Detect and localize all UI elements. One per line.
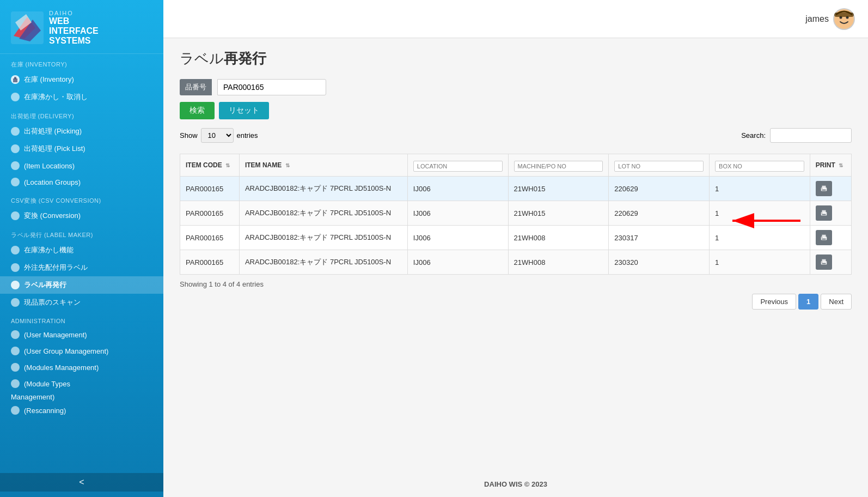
cell-item_code: PAR000165 (180, 226, 240, 250)
col-header-print: PRINT ⇅ (810, 154, 851, 177)
dot-icon (11, 178, 20, 186)
svg-rect-12 (822, 190, 826, 191)
show-entries-control: Show 10 25 50 100 entries (180, 128, 258, 143)
cell-item_code: PAR000165 (180, 201, 240, 226)
svg-rect-16 (822, 214, 826, 215)
dot-icon (11, 330, 20, 339)
print-button[interactable] (816, 254, 832, 270)
col-header-location[interactable] (407, 154, 508, 177)
cell-print (810, 201, 851, 226)
sidebar-item-label: (Item Locations) (24, 162, 75, 170)
prev-button[interactable]: Previous (752, 294, 796, 310)
entries-label: entries (237, 131, 258, 140)
cell-item_code: PAR000165 (180, 177, 240, 201)
sidebar-item-label: 変換 (Conversion) (24, 211, 81, 221)
sidebar-item-scan-genhin[interactable]: 現品票のスキャン (0, 294, 163, 311)
sidebar-item-picking[interactable]: 出荷処理 (Picking) (0, 123, 163, 140)
search-button[interactable]: 検索 (180, 102, 215, 119)
col-header-machine-po[interactable] (508, 154, 609, 177)
page-1-button[interactable]: 1 (798, 294, 818, 310)
topbar: james (163, 0, 868, 38)
location-filter-input[interactable] (413, 161, 503, 172)
print-button[interactable] (816, 181, 832, 196)
cell-box_no: 1 (710, 226, 810, 250)
cell-item_name: ARADCJB00182:キャプド 7PCRL JD5100S-N (239, 250, 407, 275)
sidebar-item-rescanning[interactable]: (Rescanning) (0, 402, 163, 419)
dot-icon (11, 93, 20, 101)
sidebar-collapse-button[interactable]: < (0, 473, 163, 492)
sidebar-item-label-reissue[interactable]: ラベル再発行 (0, 276, 163, 294)
print-button[interactable] (816, 205, 832, 221)
cell-location: IJ006 (407, 250, 508, 275)
sidebar-item-label-outsource[interactable]: 外注先配付用ラベル (0, 259, 163, 276)
cell-lot_no: 220629 (609, 201, 710, 226)
sidebar-item-label: (Modules Management) (24, 363, 99, 372)
extra-label: Management) (11, 393, 54, 401)
cell-location: IJ006 (407, 226, 508, 250)
sidebar-item-modules-mgmt[interactable]: (Modules Management) (0, 359, 163, 375)
user-info: james (805, 8, 855, 30)
item-code-input[interactable] (217, 79, 326, 95)
table-search-input[interactable] (770, 128, 852, 143)
logo-text: DAIHO WEB INTERFACE SYSTEMS (49, 10, 99, 46)
reset-button[interactable]: リセット (219, 102, 269, 119)
sort-arrows-item-name: ⇅ (285, 162, 290, 168)
cell-box_no: 1 (710, 250, 810, 275)
cell-machine_po_no: 21WH015 (508, 201, 609, 226)
col-header-item-code[interactable]: ITEM CODE ⇅ (180, 154, 240, 177)
machine-po-filter-input[interactable] (514, 161, 603, 172)
table-row: PAR000165ARADCJB00182:キャプド 7PCRL JD5100S… (180, 226, 852, 250)
cell-lot_no: 220629 (609, 177, 710, 201)
sidebar-item-module-types[interactable]: (Module Types (0, 375, 163, 392)
cell-print (810, 177, 851, 201)
dot-icon (11, 406, 20, 415)
lot-no-filter-input[interactable] (614, 161, 704, 172)
search-label: Search: (741, 131, 766, 140)
sidebar-item-user-mgmt[interactable]: (User Management) (0, 326, 163, 343)
cell-location: IJ006 (407, 201, 508, 226)
sidebar-item-usergroup-mgmt[interactable]: (User Group Management) (0, 343, 163, 359)
cell-item_name: ARADCJB00182:キャプド 7PCRL JD5100S-N (239, 226, 407, 250)
svg-rect-13 (821, 188, 822, 189)
show-label: Show (180, 131, 198, 140)
cell-lot_no: 230317 (609, 226, 710, 250)
dot-icon (11, 379, 20, 388)
col-header-item-name[interactable]: ITEM NAME ⇅ (239, 154, 407, 177)
dot-icon (11, 127, 20, 136)
svg-rect-21 (821, 237, 822, 238)
box-no-filter-input[interactable] (715, 161, 804, 172)
sidebar-item-label: 在庫沸かし機能 (24, 245, 74, 255)
sidebar-item-label: (User Group Management) (24, 347, 108, 355)
cell-item_code: PAR000165 (180, 250, 240, 275)
svg-rect-20 (822, 239, 826, 240)
page-title-strong: 再発行 (224, 50, 266, 66)
dot-icon (11, 246, 20, 254)
building-icon (11, 75, 20, 84)
sidebar-item-inventory-cancel[interactable]: 在庫沸かし・取消し (0, 88, 163, 106)
footer-text: DAIHO WIS © 2023 (484, 480, 547, 488)
page-title: ラベル再発行 (180, 49, 852, 68)
entries-select[interactable]: 10 25 50 100 (201, 128, 234, 143)
sidebar-item-label: 在庫沸かし・取消し (24, 92, 88, 102)
page-title-prefix: ラベル (180, 50, 224, 66)
sidebar-item-location-groups[interactable]: (Location Groups) (0, 174, 163, 190)
svg-rect-23 (822, 259, 826, 262)
sidebar-item-item-locations[interactable]: (Item Locations) (0, 157, 163, 174)
sidebar-item-label: 外注先配付用ラベル (24, 263, 88, 272)
sidebar-item-label-stock[interactable]: 在庫沸かし機能 (0, 241, 163, 259)
cell-item_name: ARADCJB00182:キャプド 7PCRL JD5100S-N (239, 201, 407, 226)
svg-rect-4 (13, 78, 17, 82)
print-button[interactable] (816, 230, 832, 245)
cell-item_name: ARADCJB00182:キャプド 7PCRL JD5100S-N (239, 177, 407, 201)
svg-rect-19 (822, 235, 826, 237)
next-button[interactable]: Next (821, 294, 852, 310)
cell-box_no: 1 (710, 201, 810, 226)
sidebar-item-conversion[interactable]: 変換 (Conversion) (0, 207, 163, 225)
col-header-box-no[interactable] (710, 154, 810, 177)
sidebar-item-label: 在庫 (Inventory) (24, 75, 74, 84)
search-form: 品番号 (180, 79, 852, 95)
sidebar-item-inventory[interactable]: 在庫 (Inventory) (0, 71, 163, 88)
col-header-lot-no[interactable] (609, 154, 710, 177)
cell-machine_po_no: 21WH008 (508, 250, 609, 275)
sidebar-item-picklist[interactable]: 出荷処理 (Pick List) (0, 140, 163, 157)
